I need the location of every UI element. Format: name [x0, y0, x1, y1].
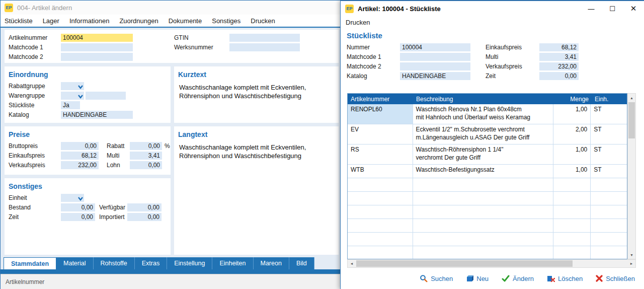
cell-menge[interactable]: 1,00 — [553, 104, 591, 124]
verkaufspreis-input[interactable]: 232,00 — [61, 161, 99, 169]
dlg-matchcode2-input[interactable] — [400, 62, 470, 70]
cell-menge[interactable]: 2,00 — [553, 124, 591, 144]
gtin-label: GTIN — [174, 34, 229, 41]
matchcode2-input[interactable] — [61, 53, 133, 61]
panel-langtext: Langtext Waschtischanlage komplett mit E… — [174, 126, 339, 255]
header-beschreibung[interactable]: Beschreibung — [413, 94, 554, 104]
header-menge[interactable]: Menge — [554, 94, 592, 104]
menu-sonstiges[interactable]: Sonstiges — [212, 17, 240, 25]
tab-einstellung[interactable]: Einstellung — [167, 257, 212, 269]
sonstiges-title: Sonstiges — [5, 178, 171, 194]
nummer-input[interactable]: 100004 — [400, 43, 470, 51]
kurztext-text[interactable]: Waschtischanlage komplett mit Eckventile… — [174, 82, 330, 100]
cell-menge[interactable]: 1,00 — [553, 144, 591, 164]
rabatt-label: Rabatt — [107, 142, 130, 150]
cell-beschreibung[interactable]: Waschtisch-Röhrensiphon 1 1/4" verchromt… — [413, 144, 554, 164]
cell-artikelnummer[interactable]: RS — [348, 144, 413, 164]
close-button[interactable]: ✕ — [623, 1, 644, 16]
header-artikelnummer[interactable]: Artikelnummer — [348, 94, 413, 104]
menu-drucken[interactable]: Drucken — [251, 17, 275, 25]
suchen-button[interactable]: Suchen — [420, 274, 453, 282]
table-row[interactable]: RENOPL60 Waschtisch Renova Nr.1 Plan 60x… — [348, 104, 627, 124]
tab-stammdaten[interactable]: Stammdaten — [4, 257, 56, 269]
schliessen-button[interactable]: Schließen — [596, 275, 635, 282]
table-row[interactable]: WTB Waschtisch-Befestigungssatz 1,00 ST — [348, 165, 627, 178]
gtin-input[interactable] — [229, 34, 300, 42]
zeit-input[interactable]: 0,00 — [61, 213, 95, 221]
werksnummer-input[interactable] — [229, 43, 300, 51]
table-row-empty[interactable] — [348, 205, 627, 219]
table-row-empty[interactable] — [348, 178, 627, 192]
neu-button[interactable]: Neu — [466, 275, 489, 282]
menu-dokumente[interactable]: Dokumente — [169, 17, 202, 25]
horizontal-scroll-thumb[interactable] — [356, 260, 573, 267]
vertical-scroll-thumb[interactable] — [628, 102, 635, 138]
cell-einheit[interactable]: ST — [591, 144, 627, 164]
dlg-verkaufspreis-input[interactable]: 232,00 — [539, 62, 579, 70]
scroll-right-icon[interactable]: ► — [627, 260, 635, 267]
dlg-katalog-input[interactable]: HANDEINGABE — [400, 72, 470, 80]
dlg-multi-input[interactable]: 3,41 — [539, 53, 579, 61]
rabattgruppe-select[interactable] — [61, 82, 84, 90]
dialog-menu-drucken[interactable]: Drucken — [346, 19, 370, 26]
tab-einheiten[interactable]: Einheiten — [212, 257, 253, 269]
cell-artikelnummer[interactable]: RENOPL60 — [348, 104, 413, 124]
table-row-empty[interactable] — [348, 219, 627, 233]
warengruppe-select[interactable] — [61, 92, 84, 100]
langtext-text[interactable]: Waschtischanlage komplett mit Eckventile… — [174, 142, 330, 160]
menu-lager[interactable]: Lager — [43, 17, 59, 25]
rabatt-input[interactable]: 0,00 — [130, 142, 162, 150]
bruttopreis-input[interactable]: 0,00 — [61, 142, 99, 150]
cell-beschreibung[interactable]: Waschtisch-Befestigungssatz — [413, 165, 554, 178]
cell-einheit[interactable]: ST — [591, 124, 627, 144]
table-row-empty[interactable] — [348, 246, 627, 259]
cell-beschreibung[interactable]: Waschtisch Renova Nr.1 Plan 60x48cm mit … — [413, 104, 554, 124]
menu-zuordnungen[interactable]: Zuordnungen — [119, 17, 158, 25]
importiert-input[interactable]: 0,00 — [127, 213, 162, 221]
menu-stueckliste[interactable]: Stückliste — [5, 17, 33, 25]
multi-input[interactable]: 3,41 — [130, 152, 162, 160]
dlg-multi-label: Multi — [486, 53, 539, 60]
minimize-button[interactable]: — — [581, 1, 602, 16]
cell-artikelnummer[interactable]: EV — [348, 124, 413, 144]
lohn-input[interactable]: 0,00 — [130, 161, 162, 169]
tab-mareon[interactable]: Mareon — [254, 257, 289, 269]
header-einheit[interactable]: Einh. — [592, 94, 627, 104]
cell-beschreibung[interactable]: Eckventil 1/2" m.Schubrosette verchromt … — [413, 124, 554, 144]
vertical-scrollbar[interactable]: ▲ ▼ — [627, 93, 636, 259]
menu-informationen[interactable]: Informationen — [69, 17, 110, 25]
verfuegbar-input[interactable]: 0,00 — [127, 203, 162, 211]
tab-material[interactable]: Material — [56, 257, 93, 269]
table-row[interactable]: EV Eckventil 1/2" m.Schubrosette verchro… — [348, 124, 627, 144]
einheit-select[interactable] — [61, 194, 84, 202]
dlg-zeit-input[interactable]: 0,00 — [539, 72, 579, 80]
einkaufspreis-input[interactable]: 68,12 — [61, 152, 99, 160]
scroll-down-icon[interactable]: ▼ — [628, 251, 635, 259]
cell-artikelnummer[interactable]: WTB — [348, 165, 413, 178]
warengruppe-input[interactable] — [86, 92, 126, 100]
tab-extras[interactable]: Extras — [135, 257, 167, 269]
horizontal-scrollbar[interactable]: ◄ ► — [347, 259, 636, 268]
bestand-input[interactable]: 0,00 — [61, 203, 95, 211]
table-row-empty[interactable] — [348, 192, 627, 205]
dlg-einkaufspreis-input[interactable]: 68,12 — [539, 43, 579, 51]
loeschen-button[interactable]: Löschen — [547, 275, 583, 282]
katalog-input[interactable]: HANDEINGABE — [61, 111, 133, 119]
table-row[interactable]: RS Waschtisch-Röhrensiphon 1 1/4" verchr… — [348, 144, 627, 165]
cell-einheit[interactable]: ST — [591, 165, 627, 178]
stueckliste-input[interactable]: Ja — [61, 101, 80, 109]
dialog-menubar: Drucken — [341, 16, 644, 28]
multi-label: Multi — [107, 152, 130, 159]
cell-einheit[interactable]: ST — [591, 104, 627, 124]
maximize-button[interactable]: ☐ — [602, 1, 623, 16]
scroll-up-icon[interactable]: ▲ — [628, 94, 635, 102]
dlg-matchcode1-input[interactable] — [400, 53, 470, 61]
tab-bild[interactable]: Bild — [289, 257, 314, 269]
tab-rohstoffe[interactable]: Rohstoffe — [94, 257, 135, 269]
artikelnummer-input[interactable]: 100004 — [61, 34, 133, 42]
aendern-button[interactable]: Ändern — [502, 275, 534, 282]
scroll-left-icon[interactable]: ◄ — [348, 260, 356, 267]
matchcode1-input[interactable] — [61, 43, 133, 51]
table-row-empty[interactable] — [348, 233, 627, 246]
cell-menge[interactable]: 1,00 — [553, 165, 591, 178]
